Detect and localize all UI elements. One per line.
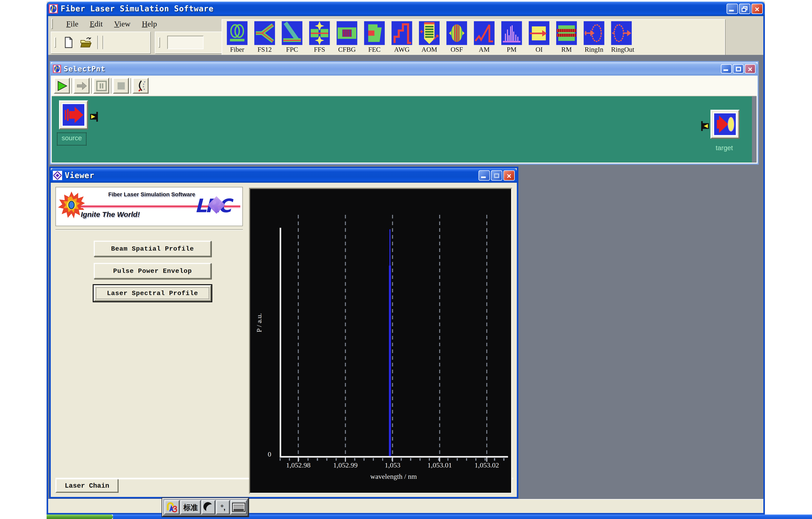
desktop: Fiber Laser Simulation Software × FileEd… [0,0,812,519]
close-icon: × [507,172,511,179]
cfbg-icon [337,21,357,45]
toolbar-component-aom[interactable]: AOM [419,21,440,55]
source-output-port-icon[interactable] [90,112,98,122]
playback-loop-button[interactable] [133,78,149,94]
toolbar-component-osf[interactable]: OSF [446,21,467,55]
node-source[interactable] [59,100,88,129]
toolbar-component-cfbg[interactable]: CFBG [337,21,357,55]
menu-help[interactable]: Help [142,20,157,28]
ime-logo-icon [166,501,178,513]
chart-origin-label: 0 [268,450,271,459]
restore-button[interactable] [739,4,750,14]
toolbar-grip[interactable] [158,37,160,48]
toolbar-component-ffs[interactable]: FFS [309,21,330,55]
toolbar-component-oi[interactable]: OI [529,21,549,55]
rm-icon [556,21,577,45]
target-node-label: target [716,144,733,152]
playback-step-button[interactable] [74,78,90,94]
toolbar-component-label: FPC [282,45,302,54]
playback-run-button[interactable] [54,78,70,94]
menu-grip[interactable] [51,19,53,29]
tab-laser-chain[interactable]: Laser Chain [55,479,118,493]
menu-file[interactable]: File [66,20,79,28]
viewer-titlebar[interactable]: Viewer × [51,168,517,183]
open-file-button[interactable] [79,35,93,50]
loop-icon [135,80,147,92]
ime-keyboard-button[interactable] [231,500,247,515]
fiber-icon [227,21,248,45]
panel-divider [55,230,243,231]
toolbar-grip[interactable] [54,37,56,48]
toolbar-empty-field [167,36,203,49]
oi-icon [529,21,549,45]
toolbar-component-fiber[interactable]: Fiber [227,21,248,55]
ringin-icon [583,21,604,45]
close-icon: × [755,5,759,12]
full-half-width-moon-icon [203,501,214,513]
close-button[interactable]: × [751,4,763,14]
pm-icon [501,21,522,45]
target-input-port-icon[interactable] [701,121,709,131]
toolbar-separator [97,36,98,49]
start-button[interactable] [47,515,113,519]
ime-logo-button[interactable] [164,500,179,515]
laser-chain-canvas[interactable]: source target [52,96,757,162]
toolbar-component-ringout[interactable]: RingOut [611,21,632,55]
ime-punct-button[interactable]: °, [216,500,230,515]
ime-punct-label: °, [221,503,226,511]
chart-xtick-label: 1,053.01 [416,461,463,469]
simulation-toolbar [52,75,757,96]
target-icon [714,113,736,135]
chart-gridline [486,215,487,456]
toolbar-component-label: AOM [419,45,440,54]
brand-logo-panel: Fiber Laser Simulation Software Ignite T… [55,187,243,226]
new-file-button[interactable] [61,35,76,50]
toolbar-component-label: RingOut [611,45,632,54]
toolbar-component-fec[interactable]: FEC [364,21,385,55]
main-titlebar[interactable]: Fiber Laser Simulation Software × [47,2,765,16]
node-target[interactable] [710,110,740,139]
toolbar-component-pm[interactable]: PM [501,21,522,55]
toolbar-component-label: AWG [392,45,412,54]
toolbar-component-awg[interactable]: AWG [392,21,412,55]
toolbar-component-am[interactable]: AM [474,21,494,55]
playback-stop-button[interactable] [113,78,129,94]
toolbar-component-ringin[interactable]: RingIn [583,21,604,55]
toolbar-separator [91,78,92,93]
canvas-scroll-strip[interactable] [752,96,757,162]
selectpnt-maximize-button[interactable] [733,64,744,73]
chart-xtick-label: 1,053 [369,461,416,469]
viewer-minimize-button[interactable] [478,171,490,181]
toolbar-component-fpc[interactable]: FPC [282,21,302,55]
viewer-diamond-icon [53,171,62,180]
toolbar-component-label: FEC [364,45,385,54]
button-beam-spatial-profile[interactable]: Beam Spatial Profile [94,241,211,257]
button-laser-spectral-profile[interactable]: Laser Spectral Profile [94,285,211,301]
new-document-icon [63,37,74,48]
viewer-window: Viewer × Fiber Laser Simulation Software… [51,168,517,497]
toolbar-component-label: PM [501,45,522,54]
toolbar-separator [130,78,132,93]
fs12-icon [254,21,275,45]
viewer-maximize-button[interactable] [491,171,502,181]
selectpnt-title: SelectPnt [64,65,105,73]
menu-view[interactable]: View [114,20,130,28]
minimize-button[interactable] [726,4,738,14]
selectpnt-minimize-button[interactable] [721,64,732,73]
viewer-close-button[interactable]: × [503,171,515,181]
ime-fullhalf-button[interactable] [202,500,215,515]
toolbar-component-rm[interactable]: RM [556,21,577,55]
osf-icon [446,21,467,45]
selectpnt-close-button[interactable]: × [745,64,756,73]
selectpnt-titlebar[interactable]: SelectPnt × [51,62,758,75]
ime-mode-button[interactable]: 标准 [180,500,201,515]
status-bar [48,499,763,513]
ringout-icon [611,21,632,45]
restore-icon [742,6,748,11]
toolbar-component-label: OI [529,45,549,54]
playback-pause-button[interactable] [93,78,109,94]
toolbar-component-fs12[interactable]: FS12 [254,21,275,55]
button-pulse-power-envelop[interactable]: Pulse Power Envelop [94,263,211,279]
menu-edit[interactable]: Edit [90,20,103,28]
selectpnt-window: SelectPnt × source target [51,62,758,163]
